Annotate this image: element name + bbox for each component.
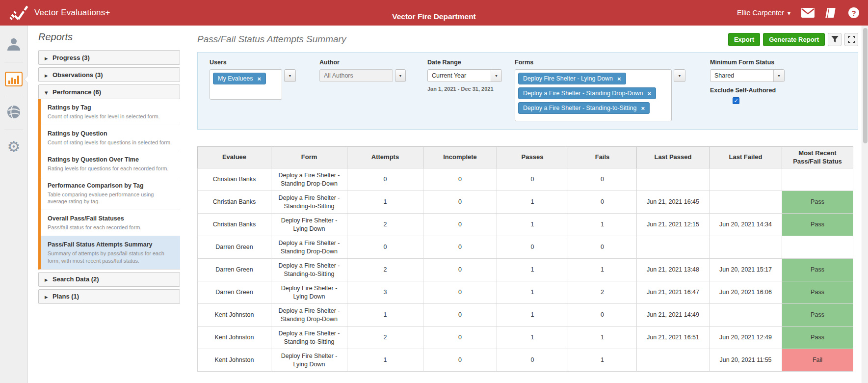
generate-report-button[interactable]: Generate Report	[763, 33, 825, 46]
chevron-right-icon	[45, 71, 53, 79]
export-button[interactable]: Export	[728, 33, 760, 46]
chevron-right-icon	[45, 54, 53, 61]
scrollbar-thumb[interactable]	[863, 28, 868, 143]
person-icon	[6, 36, 22, 54]
filter-chip-form-1[interactable]: Deploy Fire Shelter - Lying Down	[518, 73, 626, 84]
cell-evaluee: Kent Johnston	[198, 304, 271, 327]
section-observations[interactable]: Observations (3)	[38, 67, 180, 82]
remove-icon[interactable]	[648, 90, 652, 97]
report-item-desc: Summary of attempts by pass/fail status …	[48, 250, 174, 265]
author-input[interactable]	[319, 69, 393, 82]
cell-evaluee: Christian Banks	[198, 168, 271, 191]
cell-attempts: 2	[347, 214, 423, 236]
filter-chip-form-3[interactable]: Deploy a Fire Shelter - Standing-to-Sitt…	[518, 102, 650, 114]
cell-evaluee: Christian Banks	[198, 191, 271, 214]
cell-incomplete: 0	[423, 191, 497, 214]
report-item-ratings-by-question[interactable]: Ratings by Question Count of rating leve…	[41, 125, 180, 151]
report-item-title: Overall Pass/Fail Statuses	[48, 215, 174, 222]
brand: Vector Evaluations+	[9, 4, 110, 22]
report-item-title: Ratings by Question	[48, 130, 174, 137]
vertical-scrollbar[interactable]	[862, 26, 868, 383]
cell-evaluee: Darren Green	[198, 259, 271, 281]
cell-last-passed	[637, 236, 710, 259]
cell-last-failed: Jun 20, 2021 14:34	[710, 214, 782, 236]
table-row: Kent Johnston Deploy a Fire Shelter - St…	[198, 304, 853, 327]
user-menu[interactable]: Ellie Carpenter	[737, 9, 790, 17]
cell-fails: 0	[568, 191, 637, 214]
report-item-desc: Pass/fail status for each recorded form.	[48, 224, 174, 231]
cell-last-failed	[710, 168, 782, 191]
cell-incomplete: 0	[423, 349, 497, 372]
chip-label: Deploy Fire Shelter - Lying Down	[523, 75, 613, 82]
author-dropdown-button[interactable]	[395, 69, 406, 82]
cell-status: Pass	[782, 327, 853, 349]
report-item-title: Ratings by Question Over Time	[48, 156, 174, 163]
cell-incomplete: 0	[423, 168, 497, 191]
exclude-self-authored-label: Exclude Self-Authored	[710, 87, 785, 94]
performance-report-list: Ratings by Tag Count of rating levels fo…	[38, 99, 180, 270]
fullscreen-button[interactable]	[844, 33, 858, 46]
cell-incomplete: 0	[423, 304, 497, 327]
report-item-desc: Count of rating levels for level in sele…	[48, 113, 174, 120]
nav-item-people[interactable]	[0, 29, 27, 61]
date-range-select[interactable]: Current Year	[427, 69, 502, 82]
remove-icon[interactable]	[617, 76, 621, 82]
nav-item-settings[interactable]	[0, 131, 27, 163]
report-item-ratings-by-tag[interactable]: Ratings by Tag Count of rating levels fo…	[41, 99, 180, 125]
vector-logo-icon	[9, 4, 29, 22]
exclude-self-authored-checkbox[interactable]	[733, 97, 739, 104]
min-form-status-select[interactable]: Shared	[710, 69, 785, 82]
table-row: Christian Banks Deploy Fire Shelter - Ly…	[198, 214, 853, 236]
column-header-status: Most Recent Pass/Fail Status	[782, 147, 853, 168]
section-label: Progress (3)	[53, 54, 90, 61]
filter-chip-form-2[interactable]: Deploy a Fire Shelter - Standing Drop-Do…	[518, 87, 656, 99]
report-item-ratings-by-question-over-time[interactable]: Ratings by Question Over Time Rating lev…	[41, 151, 180, 177]
cell-last-failed	[710, 236, 782, 259]
section-progress[interactable]: Progress (3)	[38, 50, 180, 65]
cell-attempts: 3	[347, 281, 423, 304]
main-content: Pass/Fail Status Attempts Summary Export…	[180, 26, 868, 383]
report-item-title: Pass/Fail Status Attempts Summary	[48, 241, 174, 248]
remove-icon[interactable]	[641, 105, 645, 111]
forms-multiselect[interactable]: Deploy Fire Shelter - Lying Down Deploy …	[515, 69, 672, 121]
report-item-pass-fail-status-attempts-summary[interactable]: Pass/Fail Status Attempts Summary Summar…	[41, 236, 180, 269]
section-plans[interactable]: Plans (1)	[38, 289, 180, 304]
report-item-overall-pass-fail-statuses[interactable]: Overall Pass/Fail Statuses Pass/fail sta…	[41, 210, 180, 236]
section-search-data[interactable]: Search Data (2)	[38, 272, 180, 287]
report-item-performance-comparison-by-tag[interactable]: Performance Comparison by Tag Table comp…	[41, 177, 180, 211]
cell-form: Deploy a Fire Shelter - Standing-to-Sitt…	[271, 327, 347, 349]
gear-icon	[7, 139, 21, 154]
cell-form: Deploy Fire Shelter - Lying Down	[271, 349, 347, 372]
chevron-down-icon	[491, 70, 501, 82]
min-form-status-label: Minimum Form Status	[710, 59, 785, 66]
date-range-value: Current Year	[432, 72, 466, 79]
filter-chip-my-evaluees[interactable]: My Evaluees	[213, 73, 266, 84]
chevron-right-icon	[45, 275, 53, 283]
users-filter-label: Users	[210, 59, 296, 66]
nav-item-reports-active[interactable]	[0, 63, 27, 95]
forms-dropdown-button[interactable]	[674, 69, 685, 82]
library-icon[interactable]	[825, 7, 838, 18]
help-icon[interactable]	[848, 7, 859, 18]
divider	[4, 62, 23, 62]
chevron-down-icon	[45, 88, 53, 96]
remove-icon[interactable]	[258, 76, 262, 82]
cell-incomplete: 0	[423, 214, 497, 236]
cell-last-passed: Jun 21, 2021 13:48	[637, 259, 710, 281]
nav-item-global[interactable]	[0, 97, 27, 129]
section-performance[interactable]: Performance (6)	[38, 84, 180, 99]
cell-passes: 0	[497, 349, 568, 372]
filter-button[interactable]	[828, 33, 842, 46]
min-form-status-value: Shared	[714, 72, 734, 79]
section-label: Plans (1)	[53, 293, 79, 300]
chevron-down-icon	[773, 70, 784, 82]
users-multiselect[interactable]: My Evaluees	[210, 69, 282, 100]
mail-icon[interactable]	[801, 8, 815, 18]
cell-fails: 1	[568, 259, 637, 281]
results-table: Evaluee Form Attempts Incomplete Passes …	[197, 146, 853, 372]
report-item-desc: Rating levels for questions for each rec…	[48, 165, 174, 172]
users-dropdown-button[interactable]	[284, 69, 296, 82]
fullscreen-icon	[848, 36, 855, 43]
cell-form: Deploy a Fire Shelter - Standing Drop-Do…	[271, 168, 347, 191]
report-item-desc: Count of rating levels for questions in …	[48, 139, 174, 146]
